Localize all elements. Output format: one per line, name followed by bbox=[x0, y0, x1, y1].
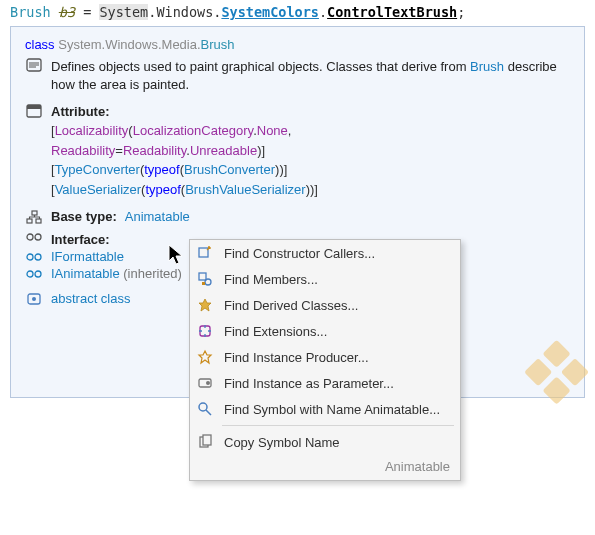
menu-find-extensions[interactable]: Find Extensions... bbox=[190, 318, 460, 344]
derived-classes-icon bbox=[196, 296, 214, 314]
desc-link-brush[interactable]: Brush bbox=[470, 59, 504, 74]
attr-readability[interactable]: Readability bbox=[51, 143, 115, 158]
description-icon bbox=[25, 58, 43, 72]
svg-rect-18 bbox=[199, 248, 208, 257]
attr-readability-enum[interactable]: Readability bbox=[123, 143, 186, 158]
svg-point-10 bbox=[27, 271, 33, 277]
attr-valueserializer[interactable]: ValueSerializer bbox=[55, 182, 141, 197]
constructor-callers-icon bbox=[196, 244, 214, 262]
interface-link[interactable]: IAnimatable bbox=[51, 266, 120, 281]
menu-label: Find Instance Producer... bbox=[224, 350, 369, 365]
menu-caption: Animatable bbox=[190, 455, 460, 480]
attr-brushconverter[interactable]: BrushConverter bbox=[184, 162, 275, 177]
menu-label: Find Instance as Parameter... bbox=[224, 376, 394, 391]
code-ns-highlight: System bbox=[99, 4, 148, 20]
interface-inherited: (inherited) bbox=[120, 266, 182, 281]
base-type-link[interactable]: Animatable bbox=[125, 209, 190, 224]
base-type-row: Base type: Animatable bbox=[25, 209, 570, 224]
interface-item-icon bbox=[25, 252, 43, 262]
menu-label: Find Constructor Callers... bbox=[224, 246, 375, 261]
base-type-icon bbox=[25, 210, 43, 224]
svg-point-25 bbox=[199, 403, 207, 411]
tooltip-header: class System.Windows.Media.Brush bbox=[25, 37, 570, 52]
svg-rect-14 bbox=[542, 340, 570, 368]
tooltip-keyword: class bbox=[25, 37, 55, 52]
svg-point-11 bbox=[35, 271, 41, 277]
attribute-line: Readability=Readability.Unreadable)] bbox=[51, 141, 570, 161]
svg-rect-15 bbox=[561, 358, 589, 386]
interface-icon bbox=[25, 232, 43, 242]
attr-typeof-kw: typeof bbox=[144, 162, 179, 177]
attr-typeconverter[interactable]: TypeConverter bbox=[55, 162, 140, 177]
svg-rect-17 bbox=[542, 376, 570, 404]
menu-find-instance-as-parameter[interactable]: Find Instance as Parameter... bbox=[190, 370, 460, 396]
abstract-icon bbox=[25, 292, 43, 306]
menu-label: Find Members... bbox=[224, 272, 318, 287]
menu-label: Find Extensions... bbox=[224, 324, 327, 339]
svg-rect-3 bbox=[32, 211, 37, 215]
svg-rect-4 bbox=[27, 219, 32, 223]
code-member-link[interactable]: ControlTextBrush bbox=[327, 4, 457, 20]
menu-label: Find Symbol with Name Animatable... bbox=[224, 402, 440, 417]
base-type-title: Base type: bbox=[51, 209, 117, 224]
tooltip-description: Defines objects used to paint graphical … bbox=[51, 58, 570, 94]
tooltip-class: Brush bbox=[201, 37, 235, 52]
interface-link[interactable]: IFormattable bbox=[51, 249, 124, 264]
instance-parameter-icon bbox=[196, 374, 214, 392]
code-class-link[interactable]: SystemColors bbox=[221, 4, 319, 20]
attribute-title: Attribute: bbox=[51, 104, 110, 119]
svg-point-6 bbox=[27, 234, 33, 240]
svg-point-20 bbox=[205, 279, 211, 285]
attribute-line: [TypeConverter(typeof(BrushConverter))] bbox=[51, 160, 570, 180]
svg-point-24 bbox=[206, 381, 210, 385]
attr-brushvalueserializer[interactable]: BrushValueSerializer bbox=[185, 182, 305, 197]
svg-rect-16 bbox=[524, 358, 552, 386]
context-menu: Find Constructor Callers... Find Members… bbox=[189, 239, 461, 481]
menu-find-instance-producer[interactable]: Find Instance Producer... bbox=[190, 344, 460, 370]
menu-label: Find Derived Classes... bbox=[224, 298, 358, 313]
code-type: Brush bbox=[10, 4, 51, 20]
menu-find-derived-classes[interactable]: Find Derived Classes... bbox=[190, 292, 460, 318]
interface-item-icon bbox=[25, 269, 43, 279]
svg-rect-27 bbox=[203, 435, 211, 445]
tooltip-description-row: Defines objects used to paint graphical … bbox=[25, 58, 570, 94]
abstract-class-link[interactable]: abstract class bbox=[51, 291, 130, 306]
attr-typeof-kw: typeof bbox=[145, 182, 180, 197]
menu-label: Copy Symbol Name bbox=[224, 435, 340, 450]
desc-text-pre: Defines objects used to paint graphical … bbox=[51, 59, 470, 74]
attr-loc-cat[interactable]: LocalizationCategory bbox=[133, 123, 253, 138]
find-symbol-icon bbox=[196, 400, 214, 418]
tooltip-watermark-icon bbox=[511, 328, 595, 421]
find-members-icon bbox=[196, 270, 214, 288]
code-variable: b3 bbox=[59, 4, 75, 20]
menu-copy-symbol-name[interactable]: Copy Symbol Name bbox=[190, 429, 460, 455]
interface-title: Interface: bbox=[51, 232, 110, 247]
instance-producer-icon bbox=[196, 348, 214, 366]
svg-point-9 bbox=[35, 254, 41, 260]
copy-icon bbox=[196, 433, 214, 451]
tooltip-namespace: System.Windows.Media. bbox=[58, 37, 200, 52]
menu-find-symbol-with-name[interactable]: Find Symbol with Name Animatable... bbox=[190, 396, 460, 422]
code-semi: ; bbox=[457, 4, 465, 20]
find-extensions-icon bbox=[196, 322, 214, 340]
svg-point-13 bbox=[32, 297, 36, 301]
svg-point-8 bbox=[27, 254, 33, 260]
svg-rect-5 bbox=[36, 219, 41, 223]
code-eq: = bbox=[83, 4, 91, 20]
svg-rect-2 bbox=[27, 105, 41, 109]
menu-find-constructor-callers[interactable]: Find Constructor Callers... bbox=[190, 240, 460, 266]
attribute-icon bbox=[25, 104, 43, 118]
attr-none[interactable]: None bbox=[257, 123, 288, 138]
code-ns-rest: .Windows. bbox=[148, 4, 221, 20]
menu-find-members[interactable]: Find Members... bbox=[190, 266, 460, 292]
svg-rect-21 bbox=[202, 282, 205, 285]
attribute-section: Attribute: bbox=[25, 104, 570, 119]
attr-unreadable[interactable]: Unreadable bbox=[190, 143, 257, 158]
code-line: Brush b3 = System.Windows.SystemColors.C… bbox=[0, 0, 595, 22]
svg-rect-19 bbox=[199, 273, 206, 280]
attribute-line: [Localizability(LocalizationCategory.Non… bbox=[51, 121, 570, 141]
attr-localizability[interactable]: Localizability bbox=[55, 123, 129, 138]
attribute-line: [ValueSerializer(typeof(BrushValueSerial… bbox=[51, 180, 570, 200]
attribute-list: [Localizability(LocalizationCategory.Non… bbox=[51, 121, 570, 199]
svg-point-7 bbox=[35, 234, 41, 240]
